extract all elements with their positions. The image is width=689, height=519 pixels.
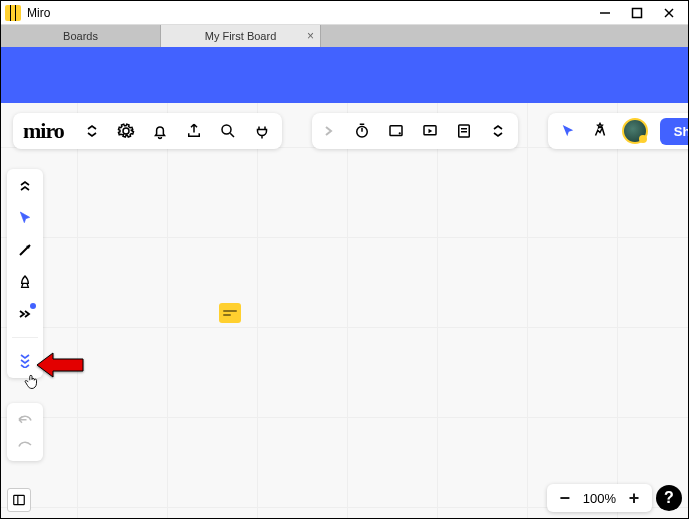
sticky-line xyxy=(223,310,237,312)
bell-icon[interactable] xyxy=(150,121,170,141)
svg-rect-18 xyxy=(14,495,25,504)
svg-point-4 xyxy=(222,125,231,134)
zoom-card: − 100% + xyxy=(547,484,652,512)
plug-icon[interactable] xyxy=(252,121,272,141)
close-icon[interactable]: × xyxy=(307,29,314,43)
canvas-grid xyxy=(1,103,688,518)
toolbar-card-right: Share xyxy=(548,113,689,149)
notes-icon[interactable] xyxy=(454,121,474,141)
cursor-follow-icon[interactable] xyxy=(558,121,578,141)
miro-app-icon xyxy=(5,5,21,21)
line-tool[interactable] xyxy=(13,239,37,261)
red-arrow-annotation xyxy=(35,351,85,379)
tab-label: Boards xyxy=(63,30,98,42)
left-toolbar xyxy=(7,169,43,378)
minimize-button[interactable] xyxy=(598,6,612,20)
help-button[interactable]: ? xyxy=(656,485,682,511)
tab-label: My First Board xyxy=(205,30,277,42)
present-icon[interactable] xyxy=(420,121,440,141)
svg-rect-1 xyxy=(633,8,642,17)
svg-point-10 xyxy=(398,132,400,134)
close-button[interactable] xyxy=(662,6,676,20)
tab-bar: Boards My First Board × xyxy=(1,25,688,47)
svg-line-5 xyxy=(230,133,234,137)
board-menu-icon[interactable] xyxy=(82,121,102,141)
notification-dot xyxy=(30,303,36,309)
zoom-out-button[interactable]: − xyxy=(555,488,575,508)
toolbar-card-middle xyxy=(312,113,518,149)
tab-my-first-board[interactable]: My First Board × xyxy=(161,25,321,47)
window-controls xyxy=(598,6,684,20)
redo-icon[interactable] xyxy=(15,435,35,455)
zoom-value[interactable]: 100% xyxy=(583,491,616,506)
panel-toggle-button[interactable] xyxy=(7,488,31,512)
miro-logo[interactable]: miro xyxy=(23,118,64,144)
select-tool[interactable] xyxy=(13,207,37,229)
tab-boards[interactable]: Boards xyxy=(1,25,161,47)
sticky-note[interactable] xyxy=(219,303,241,323)
reactions-icon[interactable] xyxy=(590,121,610,141)
export-icon[interactable] xyxy=(184,121,204,141)
gear-icon[interactable] xyxy=(116,121,136,141)
sticky-line xyxy=(223,314,231,316)
avatar[interactable] xyxy=(622,118,648,144)
collapse-up-icon[interactable] xyxy=(13,175,37,197)
zoom-cluster: − 100% + ? xyxy=(547,484,682,512)
more-icon[interactable] xyxy=(488,121,508,141)
separator xyxy=(12,337,37,338)
frame-icon[interactable] xyxy=(386,121,406,141)
zoom-in-button[interactable]: + xyxy=(624,488,644,508)
chevron-right-icon[interactable] xyxy=(318,121,338,141)
pen-tool[interactable] xyxy=(13,271,37,293)
window-titlebar: Miro xyxy=(1,1,688,25)
maximize-button[interactable] xyxy=(630,6,644,20)
apps-more-icon[interactable] xyxy=(13,350,37,372)
canvas-area[interactable]: miro xyxy=(1,103,688,518)
undo-redo-card xyxy=(7,403,43,461)
shapes-more-icon[interactable] xyxy=(13,303,37,325)
window-title: Miro xyxy=(27,6,598,20)
search-icon[interactable] xyxy=(218,121,238,141)
timer-icon[interactable] xyxy=(352,121,372,141)
header-banner xyxy=(1,47,688,103)
top-toolbar-row: miro xyxy=(13,113,676,149)
undo-icon[interactable] xyxy=(15,409,35,429)
svg-marker-17 xyxy=(37,353,83,377)
toolbar-card-left: miro xyxy=(13,113,282,149)
share-button[interactable]: Share xyxy=(660,118,689,145)
